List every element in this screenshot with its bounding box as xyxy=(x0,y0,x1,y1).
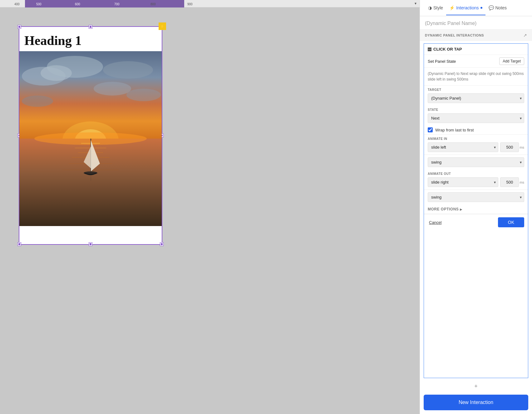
handle-bot-mid[interactable] xyxy=(89,243,92,246)
wrap-label: Wrap from last to first xyxy=(435,128,474,132)
section-header: DYNAMIC PANEL INTERACTIONS ↗ xyxy=(420,30,532,41)
description-box: (Dynamic Panel) to Next wrap slide right… xyxy=(424,68,528,86)
animate-in-ms-input[interactable] xyxy=(500,142,519,152)
active-dot xyxy=(480,7,482,9)
collapse-button[interactable]: — xyxy=(428,47,431,51)
more-options-label: MORE OPTIONS xyxy=(428,207,459,211)
animate-out-type-wrapper[interactable]: slide right slide left slide up slide do… xyxy=(428,177,498,187)
animate-out-type-select[interactable]: slide right slide left slide up slide do… xyxy=(428,177,498,187)
animate-out-ms-input[interactable] xyxy=(500,177,519,187)
animate-out-time: ms xyxy=(500,177,524,187)
handle-bot-left[interactable] xyxy=(18,243,21,246)
state-label: STATE xyxy=(428,108,524,111)
target-select-wrapper[interactable]: (Dynamic Panel) xyxy=(428,93,524,103)
add-target-button[interactable]: Add Target xyxy=(499,57,524,65)
canvas-heading: Heading 1 xyxy=(19,27,162,51)
canvas-frame[interactable]: ⚡ Heading 1 xyxy=(19,26,162,245)
svg-point-7 xyxy=(22,96,53,107)
animate-out-section: ANIMATE OUT slide right slide left slide… xyxy=(424,170,528,190)
plus-button[interactable]: + xyxy=(474,383,478,390)
animate-in-easing-wrapper[interactable]: swing linear ease-in ease-out xyxy=(428,157,524,167)
new-interaction-button[interactable]: New Interaction xyxy=(424,395,528,410)
panel-tabs: ◑ Style ⚡ Interactions 💬 Notes xyxy=(420,0,532,16)
add-interaction-row: + xyxy=(420,381,532,392)
cancel-button[interactable]: Cancel xyxy=(428,218,443,227)
animate-in-section: ANIMATE IN slide left slide right slide … xyxy=(424,135,528,155)
external-link-icon[interactable]: ↗ xyxy=(523,33,527,38)
sailboat-image xyxy=(19,51,162,226)
wrap-checkbox-row: Wrap from last to first xyxy=(424,126,528,135)
notes-icon: 💬 xyxy=(489,5,494,10)
action-buttons: Cancel OK xyxy=(424,214,528,230)
animate-in-type-select[interactable]: slide left slide right slide up slide do… xyxy=(428,142,498,152)
animate-in-ms-label: ms xyxy=(520,145,524,149)
state-section: STATE Next Previous State 1 xyxy=(424,106,528,126)
description-text: (Dynamic Panel) to Next wrap slide right… xyxy=(428,71,524,82)
animate-out-easing-select[interactable]: swing linear ease-in ease-out xyxy=(428,192,524,202)
ruler: 400 500 600 700 800 900 ▾ xyxy=(0,0,420,7)
action-label: Set Panel State xyxy=(428,59,456,64)
handle-top-mid[interactable] xyxy=(89,25,92,28)
trigger-label: CLICK OR TAP xyxy=(433,47,524,52)
svg-point-9 xyxy=(47,56,103,78)
animate-out-label: ANIMATE OUT xyxy=(428,172,524,175)
interaction-badge[interactable]: ⚡ xyxy=(159,22,166,30)
tab-notes[interactable]: 💬 Notes xyxy=(485,1,510,15)
handle-bot-right[interactable] xyxy=(160,243,163,246)
svg-point-8 xyxy=(126,89,161,101)
lightning-icon: ⚡ xyxy=(449,5,455,10)
target-section: TARGET (Dynamic Panel) xyxy=(424,86,528,106)
canvas-content: ⚡ Heading 1 xyxy=(0,7,420,414)
style-icon: ◑ xyxy=(428,5,432,10)
dynamic-panel[interactable]: ⚡ Heading 1 xyxy=(19,26,162,245)
tab-interactions[interactable]: ⚡ Interactions xyxy=(446,1,485,15)
target-label: TARGET xyxy=(428,88,524,91)
animate-in-type-wrapper[interactable]: slide left slide right slide up slide do… xyxy=(428,142,498,152)
interaction-group: — CLICK OR TAP Set Panel State Add Targe… xyxy=(424,43,528,378)
animate-in-time: ms xyxy=(500,142,524,152)
state-select-wrapper[interactable]: Next Previous State 1 xyxy=(428,113,524,123)
handle-top-left[interactable] xyxy=(18,25,21,28)
target-select[interactable]: (Dynamic Panel) xyxy=(428,93,524,103)
animate-out-easing-section: swing linear ease-in ease-out xyxy=(424,190,528,205)
svg-point-5 xyxy=(103,61,153,79)
ok-button[interactable]: OK xyxy=(498,217,524,227)
state-select[interactable]: Next Previous State 1 xyxy=(428,113,524,123)
animate-out-ms-label: ms xyxy=(520,180,524,184)
section-title: DYNAMIC PANEL INTERACTIONS xyxy=(425,33,484,37)
svg-point-6 xyxy=(94,82,131,96)
more-options-row[interactable]: MORE OPTIONS ▶ xyxy=(424,205,528,214)
canvas-area: 400 500 600 700 800 900 ▾ ⚡ Heading 1 xyxy=(0,0,420,414)
more-options-arrow: ▶ xyxy=(460,208,462,211)
tab-style[interactable]: ◑ Style xyxy=(425,1,446,15)
animate-in-easing-section: swing linear ease-in ease-out xyxy=(424,155,528,170)
animate-in-easing-select[interactable]: swing linear ease-in ease-out xyxy=(428,157,524,167)
wrap-checkbox[interactable] xyxy=(428,127,433,132)
animate-out-easing-wrapper[interactable]: swing linear ease-in ease-out xyxy=(428,192,524,202)
set-panel-state-row: Set Panel State Add Target xyxy=(424,55,528,68)
animate-in-label: ANIMATE IN xyxy=(428,137,524,140)
interaction-trigger-header: — CLICK OR TAP xyxy=(424,44,528,55)
panel-name: (Dynamic Panel Name) xyxy=(420,16,532,30)
right-panel: ◑ Style ⚡ Interactions 💬 Notes (Dynamic … xyxy=(420,0,532,414)
